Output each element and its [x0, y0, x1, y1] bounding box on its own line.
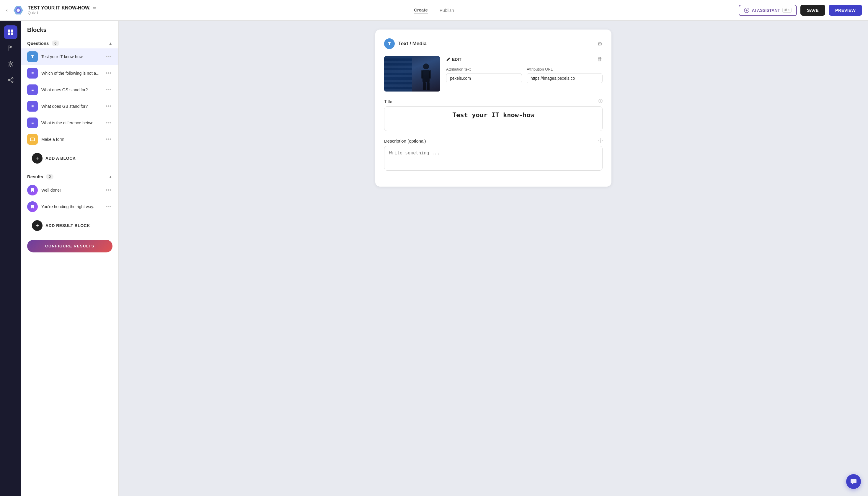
delete-icon[interactable]: 🗑: [597, 56, 603, 62]
ai-assistant-button[interactable]: AI ASSISTANT ⌘K: [739, 5, 797, 16]
questions-chevron-icon: ▲: [108, 41, 112, 46]
result-menu-1[interactable]: •••: [105, 203, 112, 211]
description-field-section: Description (optional) ⓘ: [384, 138, 603, 172]
result-menu-0[interactable]: •••: [105, 186, 112, 195]
sidebar-icons: [0, 21, 21, 496]
add-result-icon: +: [32, 220, 43, 231]
svg-rect-6: [8, 32, 10, 35]
media-section: EDIT 🗑 Attribution text Attribution URL: [384, 56, 603, 92]
title-info-icon[interactable]: ⓘ: [599, 98, 603, 104]
svg-rect-20: [429, 70, 431, 79]
add-block-icon: +: [32, 153, 43, 164]
attribution-url-label: Attribution URL: [527, 67, 603, 72]
svg-rect-22: [427, 82, 430, 90]
svg-line-13: [10, 80, 12, 81]
quiz-title-edit-icon[interactable]: ✏: [93, 5, 96, 10]
share-icon: [7, 77, 14, 83]
edit-button[interactable]: EDIT: [446, 57, 462, 62]
save-button[interactable]: SAVE: [801, 5, 825, 16]
sidebar-icon-share[interactable]: [4, 73, 17, 87]
settings-icon: [7, 61, 14, 67]
svg-rect-14: [30, 138, 34, 141]
chat-icon: [850, 478, 857, 485]
svg-point-9: [12, 78, 13, 79]
result-item-0[interactable]: Well done! •••: [21, 182, 119, 198]
quiz-title: TEST YOUR IT KNOW-HOW. ✏: [28, 5, 96, 11]
sidebar-icon-settings[interactable]: [4, 57, 17, 71]
results-count: 2: [46, 174, 53, 180]
card-settings-icon[interactable]: ⚙: [597, 40, 603, 47]
block-text-1: Which of the following is not a...: [41, 71, 101, 76]
block-item-3[interactable]: ≡ What does GB stand for? •••: [21, 98, 119, 114]
block-menu-3[interactable]: •••: [105, 102, 112, 111]
questions-label: Questions: [27, 41, 49, 46]
grid-icon: [7, 29, 14, 35]
results-chevron-icon: ▲: [108, 174, 112, 179]
back-button[interactable]: ‹: [6, 7, 8, 13]
card-header: T Text / Media ⚙: [384, 38, 603, 49]
attribution-text-label: Attribution text: [446, 67, 522, 72]
flag-icon: [7, 45, 14, 51]
attribution-url-field: Attribution URL: [527, 67, 603, 83]
block-item-1[interactable]: ≡ Which of the following is not a... •••: [21, 65, 119, 81]
block-icon-0: T: [27, 51, 38, 62]
block-item-5[interactable]: Make a form •••: [21, 131, 119, 148]
block-menu-5[interactable]: •••: [105, 135, 112, 144]
preview-button[interactable]: PREVIEW: [829, 5, 862, 16]
block-menu-4[interactable]: •••: [105, 119, 112, 127]
results-section-header[interactable]: Results 2 ▲: [21, 172, 119, 182]
description-info-icon[interactable]: ⓘ: [599, 138, 603, 143]
block-item-0[interactable]: T Test your IT know-how •••: [21, 48, 119, 65]
nav-tab-publish[interactable]: Publish: [439, 6, 454, 14]
attribution-text-input[interactable]: [446, 73, 522, 83]
block-menu-2[interactable]: •••: [105, 86, 112, 94]
blocks-panel-title: Blocks: [21, 27, 119, 38]
title-input[interactable]: Test your IT know-how: [384, 106, 603, 131]
result-icon-0: [27, 185, 38, 196]
attribution-url-input[interactable]: [527, 73, 603, 83]
svg-point-8: [10, 63, 12, 65]
svg-rect-7: [11, 32, 13, 35]
title-field-label: Title: [384, 99, 392, 104]
block-icon-5: [27, 134, 38, 145]
add-result-block-button[interactable]: + ADD RESULT BLOCK: [27, 217, 112, 234]
main-card: T Text / Media ⚙: [375, 30, 611, 187]
block-menu-1[interactable]: •••: [105, 69, 112, 78]
main-layout: Blocks Questions 6 ▲ T Test your IT know…: [0, 21, 868, 496]
quiz-info-icon[interactable]: ℹ: [37, 11, 38, 15]
block-icon-2: ≡: [27, 84, 38, 95]
header-left: ‹ TEST YOUR IT KNOW-HOW. ✏ Quiz ℹ: [6, 4, 739, 16]
add-block-button[interactable]: + ADD A BLOCK: [27, 150, 112, 167]
attribution-text-field: Attribution text: [446, 67, 522, 83]
block-text-2: What does OS stand for?: [41, 88, 101, 92]
block-item-2[interactable]: ≡ What does OS stand for? •••: [21, 81, 119, 98]
block-text-0: Test your IT know-how: [41, 54, 101, 59]
svg-rect-4: [8, 30, 10, 32]
logo-icon[interactable]: [12, 4, 24, 16]
block-text-3: What does GB stand for?: [41, 104, 101, 109]
result-item-1[interactable]: You're heading the right way. •••: [21, 198, 119, 215]
configure-results-button[interactable]: CONFIGURE RESULTS: [27, 240, 112, 252]
block-text-5: Make a form: [41, 137, 101, 142]
bookmark-icon-0: [30, 188, 35, 192]
sidebar-icon-flag[interactable]: [4, 41, 17, 55]
header: ‹ TEST YOUR IT KNOW-HOW. ✏ Quiz ℹ Create…: [0, 0, 868, 21]
blocks-panel: Blocks Questions 6 ▲ T Test your IT know…: [21, 21, 119, 496]
svg-point-11: [12, 81, 13, 83]
server-racks-decoration: [384, 56, 412, 92]
svg-rect-18: [422, 70, 430, 82]
description-input[interactable]: [384, 146, 603, 171]
questions-section-header[interactable]: Questions 6 ▲: [21, 38, 119, 48]
nav-tab-create[interactable]: Create: [414, 6, 428, 14]
sidebar-icon-grid[interactable]: [4, 26, 17, 39]
attribution-row: Attribution text Attribution URL: [446, 67, 603, 83]
block-menu-0[interactable]: •••: [105, 52, 112, 61]
chat-bubble[interactable]: [846, 474, 861, 489]
media-image: [384, 56, 440, 92]
svg-line-12: [10, 79, 12, 80]
add-result-label: ADD RESULT BLOCK: [45, 223, 90, 228]
svg-rect-21: [423, 82, 426, 90]
form-icon: [30, 137, 35, 142]
block-text-4: What is the difference betwe...: [41, 121, 101, 125]
block-item-4[interactable]: ≡ What is the difference betwe... •••: [21, 114, 119, 131]
